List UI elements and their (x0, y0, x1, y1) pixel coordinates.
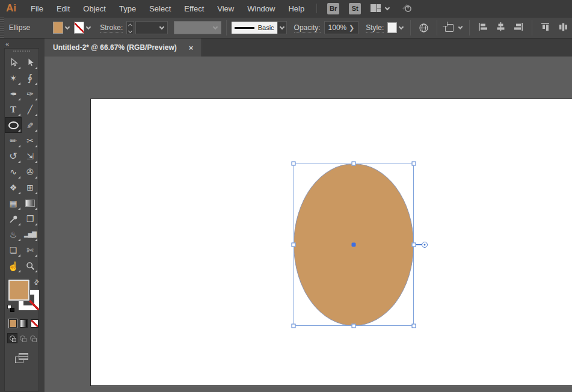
width-profile-dropdown (174, 21, 221, 34)
gpu-performance-icon[interactable] (401, 2, 412, 15)
stroke-width-stepper[interactable] (126, 21, 134, 34)
width-tool[interactable]: ∿ (5, 164, 22, 180)
transform-chevron-icon[interactable] (458, 24, 463, 29)
brush-stroke-sample (235, 27, 254, 29)
scale-tool-icon: ⇲ (26, 152, 34, 161)
none-button[interactable] (31, 319, 38, 328)
scissors-tool[interactable]: ✂ (22, 133, 38, 149)
menu-type[interactable]: Type (112, 4, 143, 13)
chevron-down-icon[interactable] (385, 5, 390, 10)
draw-inside-button[interactable] (28, 333, 38, 343)
perspective-grid-tool[interactable]: ⊞ (22, 180, 38, 195)
menu-effect[interactable]: Effect (177, 4, 211, 13)
selection-tool[interactable] (5, 55, 22, 70)
rotate-tool[interactable]: ↺ (5, 149, 22, 164)
toolbar-grip[interactable] (13, 51, 30, 54)
menu-window[interactable]: Window (241, 4, 281, 13)
lasso-tool[interactable]: ∮ (22, 70, 38, 86)
stroke-dropdown-chevron[interactable] (84, 21, 93, 34)
color-button[interactable] (9, 319, 17, 328)
handle-bottom-center[interactable] (352, 324, 356, 328)
lasso-tool-icon: ∮ (28, 73, 32, 83)
stroke-panel-link[interactable]: Stroke: (100, 23, 123, 32)
brush-dropdown-chevron[interactable] (277, 21, 287, 34)
document-tab[interactable]: Untitled-2* @ 66.67% (RGB/Preview) × (45, 38, 202, 57)
gradient-tool[interactable] (22, 195, 38, 211)
vertical-align-top-icon[interactable] (541, 22, 551, 34)
pen-tool[interactable]: ✒ (5, 86, 22, 102)
menu-edit[interactable]: Edit (50, 4, 76, 13)
swap-fill-stroke-icon[interactable]: ⇄ (32, 278, 42, 287)
pencil-tool[interactable]: ✏ (5, 133, 22, 149)
pie-widget-line (416, 244, 422, 245)
document-setup-globe-icon[interactable] (419, 23, 429, 33)
align-left-icon[interactable] (478, 22, 488, 33)
magic-wand-tool[interactable]: ✶ (5, 70, 22, 86)
eyedropper-tool[interactable] (5, 211, 22, 227)
opacity-field[interactable]: 100% ❯ (324, 21, 359, 34)
handle-bottom-left[interactable] (292, 324, 296, 328)
control-bar-divider (469, 20, 470, 35)
brush-preview[interactable]: Basic (232, 22, 277, 34)
workspace-switcher-icon[interactable] (371, 4, 381, 13)
pencil-tool-icon: ✏ (10, 136, 17, 145)
menu-help[interactable]: Help (281, 4, 311, 13)
handle-middle-right[interactable] (412, 243, 416, 247)
blend-tool[interactable]: ❒ (22, 211, 38, 227)
puppet-warp-tool[interactable]: ✇ (22, 164, 38, 180)
artboard[interactable] (90, 99, 572, 386)
collapse-panel-button[interactable]: « (0, 38, 45, 48)
symbol-sprayer-tool[interactable]: ♨ (5, 227, 22, 242)
column-graph-tool[interactable]: ▂▅▇ (22, 227, 38, 242)
shape-builder-tool[interactable]: ❖ (5, 180, 22, 195)
pie-widget-handle[interactable] (422, 242, 428, 248)
menu-select[interactable]: Select (143, 4, 177, 13)
direct-selection-tool[interactable] (22, 55, 38, 70)
bridge-button[interactable]: Br (327, 3, 339, 14)
fill-dropdown-chevron[interactable] (63, 21, 72, 34)
shape-center-point[interactable] (352, 243, 356, 247)
artboard-tool[interactable]: ❏ (5, 242, 22, 258)
handle-middle-left[interactable] (292, 243, 296, 247)
menu-object[interactable]: Object (76, 4, 112, 13)
paintbrush-tool[interactable]: ✐ (22, 117, 38, 133)
style-swatch[interactable] (387, 22, 396, 33)
draw-normal-button[interactable] (7, 333, 17, 343)
handle-top-center[interactable] (352, 162, 356, 166)
gradient-button[interactable] (20, 319, 28, 328)
handle-bottom-right[interactable] (412, 324, 416, 328)
type-tool[interactable]: T (5, 102, 22, 117)
handle-top-right[interactable] (412, 162, 416, 166)
opacity-arrow-icon[interactable]: ❯ (349, 24, 354, 32)
fill-color-swatch[interactable] (53, 22, 63, 34)
zoom-tool[interactable] (22, 258, 38, 274)
handle-top-left[interactable] (292, 162, 296, 166)
style-dropdown-chevron[interactable] (397, 21, 405, 34)
mesh-tool[interactable]: ▦ (5, 195, 22, 211)
ellipse-tool[interactable] (5, 117, 22, 133)
stock-button[interactable]: St (349, 3, 361, 14)
transform-panel-icon[interactable] (445, 24, 454, 32)
draw-behind-button[interactable] (17, 333, 28, 343)
distribute-center-icon[interactable] (558, 22, 568, 34)
eyedropper-tool-icon (9, 215, 18, 224)
slice-tool[interactable]: ✄ (22, 242, 38, 258)
change-screen-mode-button[interactable] (15, 353, 28, 363)
default-fill-stroke-icon[interactable] (7, 305, 14, 312)
curvature-tool[interactable]: ✑ (22, 86, 38, 102)
close-tab-icon[interactable]: × (189, 43, 194, 52)
canvas-area[interactable] (45, 57, 572, 392)
scale-tool[interactable]: ⇲ (22, 149, 38, 164)
fill-proxy[interactable] (8, 280, 29, 301)
control-bar-grip[interactable] (0, 17, 4, 38)
menu-view[interactable]: View (211, 4, 241, 13)
align-center-icon[interactable] (496, 22, 506, 33)
menu-file[interactable]: File (24, 4, 50, 13)
hand-tool[interactable]: ☝ (5, 258, 22, 274)
stroke-color-swatch[interactable] (74, 22, 84, 34)
direct-selection-tool-icon (26, 58, 35, 67)
align-right-icon[interactable] (513, 22, 523, 33)
stroke-width-dropdown[interactable] (135, 21, 168, 34)
opacity-panel-link[interactable]: Opacity: (294, 23, 321, 32)
line-segment-tool[interactable]: ╱ (22, 102, 38, 117)
